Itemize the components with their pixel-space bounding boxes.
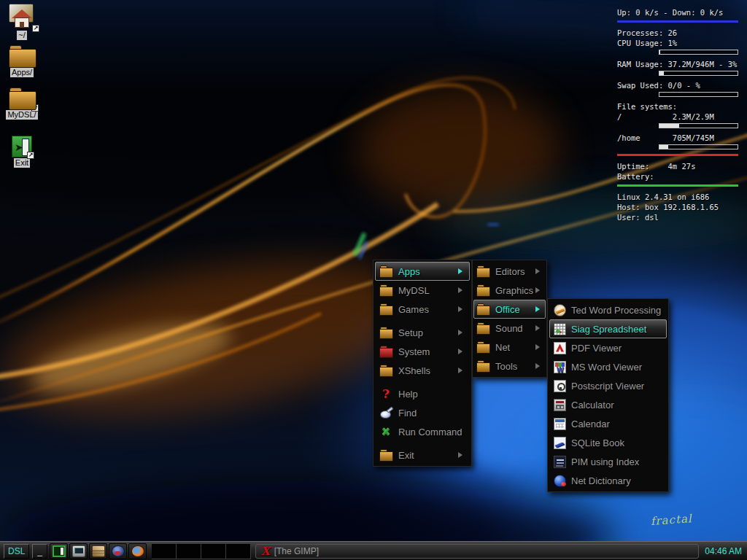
dsl-menu-button[interactable]: DSL (4, 544, 29, 559)
menu-item[interactable]: Setup (375, 323, 470, 342)
menu-item[interactable]: Calculator (549, 395, 667, 414)
folder-icon (379, 449, 393, 461)
menu-item[interactable]: PDF Viewer (549, 338, 667, 357)
menu-item[interactable]: Run Command (375, 422, 470, 441)
menu-item[interactable]: PIM using Index (549, 452, 667, 471)
launcher-button[interactable] (69, 543, 88, 559)
sysmon-text: Host: box 192.168.1.65 (617, 202, 738, 212)
menu-item[interactable]: Games (375, 300, 470, 319)
menu-item[interactable]: Calendar (549, 414, 667, 433)
desktop-root: fractal ↗ ~/ Apps/ ↗ MyDSL/ ➤ ↗ Exit Up:… (0, 0, 747, 560)
menu-item[interactable]: Net (473, 338, 546, 357)
sysmon-text: CPU Usage: 1% (617, 38, 738, 48)
menu-item[interactable]: XShells (375, 361, 470, 380)
pdf-icon (554, 342, 566, 354)
desktop-icon-label: Exit (14, 158, 30, 168)
desktop-icon-label: Apps/ (10, 68, 34, 77)
clock: 04:46 AM (705, 546, 742, 556)
menu-item[interactable]: Siag Spreadsheet (549, 319, 667, 338)
folder-icon (476, 284, 490, 296)
menu-item[interactable]: Apps (375, 262, 470, 281)
menu-item-label: Office (495, 304, 520, 315)
pager-cell[interactable] (226, 543, 251, 559)
package-icon (92, 545, 105, 557)
sysmon-rule (617, 184, 738, 187)
folder-icon (379, 365, 393, 376)
launcher-button[interactable] (128, 543, 147, 559)
menu-item[interactable]: MS Word Viewer (549, 357, 667, 376)
sysmon-text: / 2.3M/2.9M (617, 112, 738, 122)
msword-icon (554, 361, 566, 373)
sysmon-bar (659, 144, 738, 149)
launcher-button[interactable] (89, 543, 107, 559)
task-button-label: [The GIMP] (274, 546, 319, 556)
folder-icon (379, 303, 393, 315)
help-icon (379, 388, 393, 400)
menu-item-label: Apps (398, 266, 420, 277)
desktop-icon-label: ~/ (17, 31, 26, 40)
sqlite-icon (554, 437, 566, 449)
menu-item[interactable]: Find (375, 403, 470, 422)
submenu-arrow-icon (535, 344, 543, 350)
postscript-icon (554, 380, 566, 392)
desktop-icon-exit[interactable]: ➤ ↗ Exit (3, 136, 41, 168)
launcher-button[interactable] (50, 543, 68, 559)
launcher-strip (49, 543, 147, 559)
calculator-icon (554, 399, 566, 411)
menu-item[interactable]: SQLite Book (549, 433, 667, 452)
menu-item[interactable]: Graphics (473, 281, 546, 300)
folder-icon (379, 327, 393, 338)
pager-cell[interactable] (177, 543, 201, 559)
file-manager-icon (72, 545, 85, 557)
siag-icon (554, 323, 566, 335)
menu-item[interactable]: Editors (473, 262, 546, 281)
menu-item[interactable]: Office (473, 300, 546, 319)
menu-item-label: Tools (495, 361, 517, 372)
submenu-arrow-icon (535, 306, 543, 312)
desktop-icon-apps[interactable]: Apps/ (3, 45, 41, 77)
sysmon-rule (617, 154, 738, 156)
submenu-arrow-icon (458, 452, 465, 458)
folder-icon (476, 360, 490, 372)
folder-icon (476, 303, 490, 315)
menu-item[interactable]: Ted Word Processing (549, 300, 667, 319)
menu-item-label: Editors (495, 266, 525, 277)
pager-cell[interactable] (201, 543, 226, 559)
folder-icon (476, 341, 490, 353)
menu-item-label: SQLite Book (571, 438, 624, 448)
symlink-arrow-icon: ↗ (32, 25, 39, 32)
menu-item[interactable]: Sound (473, 319, 546, 338)
sysmon-text: Battery: (617, 171, 738, 182)
desktop-icon-mydsl[interactable]: ↗ MyDSL/ (3, 88, 41, 120)
menu-item-label: PIM using Index (571, 456, 639, 467)
menu-item[interactable]: MyDSL (375, 281, 470, 300)
menu-item-label: Siag Spreadsheet (571, 324, 646, 335)
folder-icon (8, 45, 36, 67)
submenu-arrow-icon (535, 325, 543, 331)
menu-item-label: Calculator (571, 400, 614, 411)
task-button-gimp[interactable]: X [The GIMP] (255, 544, 699, 559)
find-icon (379, 407, 393, 419)
minimize-all-button[interactable]: _ (32, 544, 47, 559)
folder-icon (476, 265, 490, 277)
sysmon-rule (617, 20, 738, 23)
pager-cell[interactable] (152, 543, 177, 559)
sysmon-text: Swap Used: 0/0 - % (617, 80, 738, 90)
menu-item[interactable]: System (375, 342, 470, 361)
desktop-icon-home[interactable]: ↗ ~/ (3, 4, 41, 40)
submenu-arrow-icon (535, 287, 543, 293)
menu-item-label: XShells (398, 365, 430, 376)
menu-item[interactable]: Help (375, 384, 470, 403)
sysmon-text: Up: 0 k/s - Down: 0 k/s (617, 7, 738, 18)
folder-icon (476, 322, 490, 334)
menu-item[interactable]: Postscript Viewer (549, 376, 667, 395)
menu-item[interactable]: Exit (375, 446, 470, 464)
launcher-button[interactable] (109, 543, 127, 559)
exit-icon: ➤ ↗ (12, 136, 32, 158)
menu-item-label: Postscript Viewer (571, 381, 644, 392)
menu-item[interactable]: Net Dictionary (549, 471, 667, 490)
menu-item[interactable]: Tools (473, 357, 546, 376)
x11-icon: X (261, 545, 270, 558)
folder-icon: ↗ (8, 88, 36, 109)
symlink-arrow-icon: ↗ (27, 152, 34, 159)
